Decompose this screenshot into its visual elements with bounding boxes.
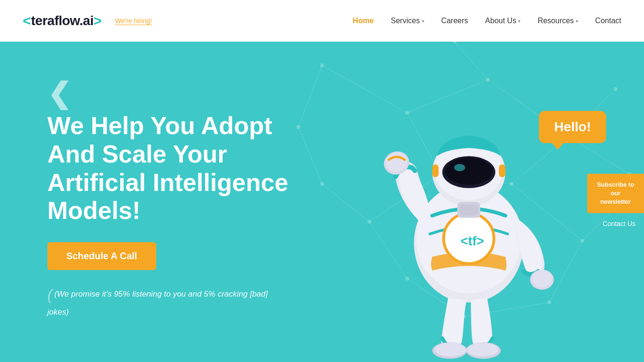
nav-services[interactable]: Services ▾ <box>391 17 424 25</box>
svg-point-19 <box>320 63 324 67</box>
about-chevron-icon: ▾ <box>518 18 520 24</box>
svg-point-23 <box>614 87 617 91</box>
hero-subtitle: ((We promise it's 95% listening to you a… <box>47 283 275 318</box>
svg-line-10 <box>322 184 369 222</box>
schedule-call-button[interactable]: Schedule A Call <box>47 242 156 270</box>
nav-home[interactable]: Home <box>353 17 374 25</box>
hiring-link[interactable]: We're hiring! <box>115 17 152 25</box>
logo-bracket-left: < <box>23 13 31 29</box>
hello-bubble: Hello! <box>539 111 606 143</box>
nav-resources[interactable]: Resources ▾ <box>537 17 578 25</box>
robot-svg: <tf> <box>369 97 568 362</box>
nav-careers[interactable]: Careers <box>441 17 468 25</box>
svg-text:<tf>: <tf> <box>461 234 484 248</box>
hero-bracket-icon: ❮ <box>47 80 313 108</box>
hero-title: We Help You Adopt And Scale Your Artific… <box>47 112 313 225</box>
svg-rect-57 <box>499 164 506 177</box>
nav-links: Home Services ▾ Careers About Us ▾ Resou… <box>353 17 621 25</box>
svg-rect-56 <box>432 164 439 177</box>
svg-line-12 <box>455 42 488 80</box>
hero-section: ❮ We Help You Adopt And Scale Your Artif… <box>0 42 644 362</box>
nav-contact[interactable]: Contact <box>595 17 621 25</box>
svg-point-55 <box>466 343 499 356</box>
svg-point-29 <box>320 182 324 186</box>
subscribe-button[interactable]: Subscribe to our newsletter <box>587 174 644 213</box>
hero-sub-bracket-icon: ( <box>47 283 53 306</box>
svg-point-45 <box>454 164 465 171</box>
right-sidebar: Subscribe to our newsletter Contact Us <box>587 174 644 230</box>
resources-chevron-icon: ▾ <box>576 18 578 24</box>
services-chevron-icon: ▾ <box>422 18 424 24</box>
logo[interactable]: < teraflow.ai > <box>23 13 102 29</box>
robot-illustration: Hello! <tf> <box>369 97 568 362</box>
nav-about[interactable]: About Us ▾ <box>485 17 521 25</box>
svg-point-44 <box>445 157 492 185</box>
svg-rect-47 <box>460 204 478 216</box>
contact-us-link[interactable]: Contact Us <box>594 217 644 230</box>
navbar-left: < teraflow.ai > We're hiring! <box>23 13 152 29</box>
svg-point-26 <box>581 239 584 243</box>
navbar: < teraflow.ai > We're hiring! Home Servi… <box>0 0 644 42</box>
svg-point-21 <box>486 78 490 81</box>
logo-text: teraflow.ai <box>31 13 94 28</box>
svg-point-51 <box>532 270 552 288</box>
hero-content: ❮ We Help You Adopt And Scale Your Artif… <box>47 80 313 318</box>
logo-bracket-right: > <box>93 13 102 29</box>
svg-point-53 <box>435 343 467 356</box>
